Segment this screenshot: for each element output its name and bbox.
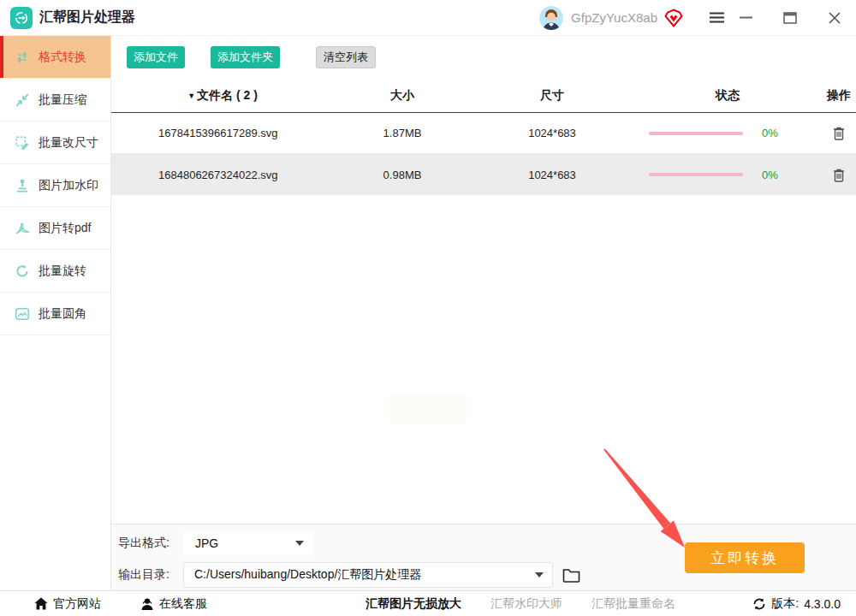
progress-bar [649,132,743,135]
update-refresh-icon[interactable] [752,597,766,611]
table-row: 1684806267324022.svg 0.98MB 1024*683 0% [111,154,856,195]
online-support-link[interactable]: 在线客服 [140,596,207,612]
add-folder-button[interactable]: 添加文件夹 [211,46,280,68]
sidebar-item-format-convert[interactable]: 格式转换 [0,36,110,79]
version-info: 版本: 4.3.0.0 [752,596,841,612]
sidebar-item-add-watermark[interactable]: 图片加水印 [0,164,110,207]
delete-row-icon[interactable] [832,168,846,182]
sidebar-item-batch-resize[interactable]: 批量改尺寸 [0,121,110,164]
progress-bar [649,173,743,176]
output-dir-label: 输出目录: [118,567,176,583]
output-dir-value: C:/Users/huibang/Desktop/汇帮图片处理器 [194,567,535,583]
sidebar-item-label: 批量旋转 [39,264,86,279]
file-name: 1678415396617289.svg [111,127,334,139]
menu-button[interactable] [702,5,731,31]
rounded-corner-icon [15,306,30,322]
column-header-filename[interactable]: ▼ 文件名 ( 2 ) [111,88,334,104]
vip-badge-icon[interactable] [664,9,683,27]
toolbar: 添加文件 添加文件夹 清空列表 [111,36,856,79]
file-size: 1.87MB [334,127,471,139]
home-icon [34,597,48,610]
export-format-select[interactable]: JPG [183,531,312,555]
maximize-button[interactable] [776,5,805,31]
pdf-icon [15,221,30,236]
sidebar-item-label: 图片转pdf [39,221,91,236]
version-value: 4.3.0.0 [804,597,841,611]
link-lossless-upscale[interactable]: 汇帮图片无损放大 [366,596,461,612]
app-title: 汇帮图片处理器 [39,9,135,27]
user-avatar[interactable] [539,6,563,30]
fading-toast [389,395,467,424]
sidebar-item-label: 批量圆角 [39,306,86,322]
file-status: 0% [633,169,822,181]
sort-desc-icon[interactable]: ▼ [187,92,195,100]
file-dimensions: 1024*683 [471,169,633,181]
customer-service-icon [140,597,154,611]
table-header: ▼ 文件名 ( 2 ) 大小 尺寸 状态 操作 [111,79,856,113]
username[interactable]: GfpZyYucX8ab [571,10,657,25]
app-logo-icon [10,7,33,29]
column-header-dimensions: 尺寸 [471,88,633,104]
file-status: 0% [633,127,822,139]
link-batch-rename[interactable]: 汇帮批量重命名 [591,596,675,612]
file-dimensions: 1024*683 [471,127,633,139]
export-format-value: JPG [195,536,295,550]
column-header-status: 状态 [633,88,822,104]
file-size: 0.98MB [334,169,471,181]
sidebar-item-batch-rounded[interactable]: 批量圆角 [0,293,110,335]
file-name: 1684806267324022.svg [111,169,334,181]
export-format-label: 导出格式: [118,536,176,551]
sidebar-item-label: 批量压缩 [39,92,86,108]
column-header-size: 大小 [334,88,471,104]
sidebar-item-image-to-pdf[interactable]: 图片转pdf [0,207,110,250]
chevron-down-icon [535,572,544,578]
sidebar-item-label: 格式转换 [39,50,86,65]
watermark-icon [15,178,30,193]
convert-now-button[interactable]: 立即转换 [685,542,805,573]
batch-compress-icon [15,92,30,108]
add-file-button[interactable]: 添加文件 [127,46,185,68]
batch-resize-icon [15,135,30,151]
progress-percent: 0% [762,127,778,139]
format-convert-icon [15,50,30,65]
close-button[interactable] [820,5,849,31]
column-header-action: 操作 [822,88,856,104]
sidebar-item-batch-compress[interactable]: 批量压缩 [0,79,110,121]
sidebar-item-label: 图片加水印 [39,178,98,193]
official-site-link[interactable]: 官方网站 [34,596,101,612]
table-row: 1678415396617289.svg 1.87MB 1024*683 0% [111,113,856,154]
sidebar: 格式转换 批量压缩 批量改尺寸 图片加水印 图片转pdf 批量旋转 批量圆角 [0,36,111,590]
status-bar: 官方网站 在线客服 汇帮图片无损放大 汇帮水印大师 汇帮批量重命名 版本: 4.… [0,590,856,616]
minimize-button[interactable] [731,5,760,31]
sidebar-item-label: 批量改尺寸 [39,135,98,151]
progress-percent: 0% [762,169,778,181]
main-panel: 添加文件 添加文件夹 清空列表 ▼ 文件名 ( 2 ) 大小 尺寸 状态 操作 … [111,36,856,524]
rotate-icon [15,264,30,279]
chevron-down-icon [295,541,304,546]
sidebar-item-batch-rotate[interactable]: 批量旋转 [0,250,110,293]
title-bar: 汇帮图片处理器 GfpZyYucX8ab [0,0,856,36]
delete-row-icon[interactable] [832,126,846,140]
clear-list-button[interactable]: 清空列表 [316,46,376,68]
browse-folder-icon[interactable] [562,568,580,583]
link-watermark-master[interactable]: 汇帮水印大师 [490,596,562,612]
version-label: 版本: [771,596,799,612]
export-panel: 导出格式: JPG 输出目录: C:/Users/huibang/Desktop… [111,524,856,590]
output-dir-select[interactable]: C:/Users/huibang/Desktop/汇帮图片处理器 [183,562,553,588]
